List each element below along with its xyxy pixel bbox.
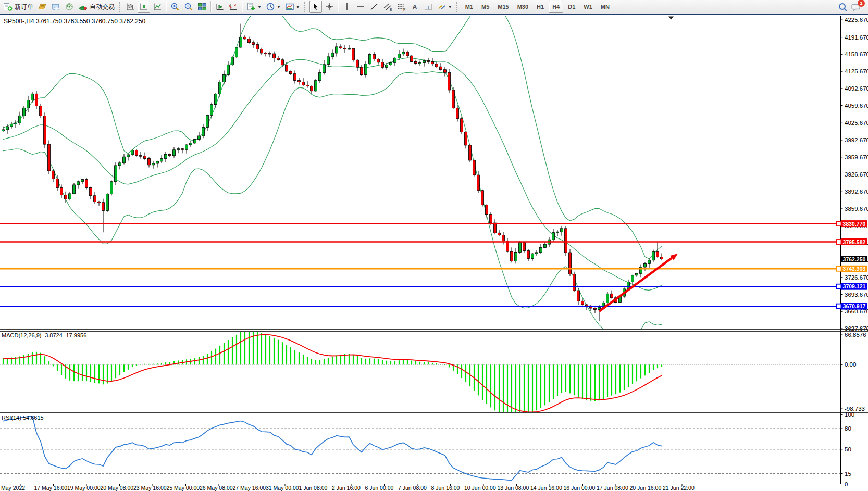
text-button[interactable]: A (408, 1, 421, 13)
timeframe-m5-button[interactable]: M5 (478, 1, 493, 13)
shapes-icon (437, 2, 447, 11)
macd-indicator-label: MACD(12,26,9) -3.8724 -17.9956 (2, 332, 86, 338)
svg-text:3992.670: 3992.670 (845, 137, 868, 143)
timeframe-m15-button[interactable]: M15 (494, 1, 512, 13)
svg-text:4059.670: 4059.670 (845, 103, 868, 109)
crosshair-button[interactable] (323, 1, 336, 13)
svg-text:3709.121: 3709.121 (843, 283, 866, 289)
dropdown-caret-icon[interactable]: ▼ (448, 5, 452, 9)
button-label: 自动交易 (90, 3, 115, 11)
svg-text:27 May 16:00: 27 May 16:00 (233, 485, 266, 491)
tile-windows-icon (197, 2, 207, 11)
chat-button[interactable]: 1 (850, 1, 862, 13)
svg-text:17 Jun 08:00: 17 Jun 08:00 (597, 485, 628, 491)
toolbar-gripper (119, 2, 121, 12)
svg-text:4191.670: 4191.670 (845, 34, 868, 41)
trendline-button[interactable] (368, 1, 380, 13)
auto-scroll-button[interactable] (214, 1, 226, 13)
chart-shift-button[interactable] (227, 1, 240, 13)
svg-text:17 May 16:00: 17 May 16:00 (34, 485, 68, 491)
periods-button[interactable]: ▼ (264, 1, 282, 13)
svg-text:3795.582: 3795.582 (843, 239, 866, 245)
svg-text:3627.670: 3627.670 (845, 325, 868, 332)
main-toolbar: 新订单自动交易▼▼▼EFAT▼M1M5M15M30H1H4D1W1MN1 (0, 0, 868, 15)
horizontal-line-icon (356, 2, 365, 11)
toolbar-separator (242, 1, 243, 12)
svg-text:4025.670: 4025.670 (845, 120, 868, 126)
svg-text:23 May 16:00: 23 May 16:00 (133, 485, 167, 491)
search-icon (838, 2, 847, 11)
svg-text:3830.770: 3830.770 (843, 221, 866, 227)
market-watch-button[interactable] (36, 1, 48, 13)
shapes-button[interactable]: ▼ (436, 1, 454, 13)
candlestick-button[interactable] (138, 1, 150, 13)
svg-text:100: 100 (845, 411, 854, 418)
svg-text:3959.670: 3959.670 (845, 154, 868, 160)
templates-button[interactable]: ▼ (283, 1, 302, 13)
svg-text:20 May 08:00: 20 May 08:00 (101, 485, 134, 491)
indicators-button[interactable]: ▼ (245, 1, 263, 13)
equidistant-channel-button[interactable]: E (381, 1, 394, 13)
svg-text:6 Jun 00:00: 6 Jun 00:00 (365, 485, 394, 491)
button-label: W1 (581, 4, 594, 10)
svg-text:3926.670: 3926.670 (845, 171, 868, 178)
search-button[interactable] (836, 1, 849, 13)
toolbar-separator (338, 1, 339, 12)
horizontal-line-button[interactable] (354, 1, 367, 13)
svg-text:3859.670: 3859.670 (845, 206, 868, 212)
price-chart[interactable]: 4225.6704191.6704158.6704125.6704092.670… (0, 16, 868, 491)
navigator-button[interactable] (63, 1, 76, 13)
text-icon: A (410, 2, 419, 11)
cursor-button[interactable] (309, 1, 322, 13)
svg-text:15: 15 (845, 471, 851, 477)
svg-text:1 Jun 08:00: 1 Jun 08:00 (299, 485, 328, 491)
svg-text:2 Jun 16:00: 2 Jun 16:00 (332, 485, 361, 491)
svg-text:F: F (403, 8, 405, 11)
market-watch-icon (38, 2, 47, 11)
timeframe-h4-button[interactable]: H4 (549, 1, 563, 13)
zoom-in-button[interactable] (169, 1, 181, 13)
svg-text:3743.303: 3743.303 (843, 266, 866, 272)
auto-trading-button[interactable]: 自动交易 (77, 1, 116, 13)
terminal-window: 新订单自动交易▼▼▼EFAT▼M1M5M15M30H1H4D1W1MN1 422… (0, 0, 868, 491)
fibonacci-button[interactable]: F (395, 1, 407, 13)
button-label: MN (599, 4, 612, 10)
label-button[interactable]: T (422, 1, 435, 13)
svg-text:21 Jun 22:00: 21 Jun 22:00 (663, 485, 695, 491)
dropdown-caret-icon[interactable]: ▼ (296, 5, 300, 9)
auto-trading-icon (78, 2, 88, 11)
timeframe-d1-button[interactable]: D1 (564, 1, 579, 13)
zoom-out-button[interactable] (182, 1, 195, 13)
svg-text:13 Jun 08:00: 13 Jun 08:00 (498, 485, 529, 491)
toolbar-gripper (304, 2, 307, 12)
svg-text:0: 0 (845, 481, 848, 487)
dropdown-caret-icon[interactable]: ▼ (257, 5, 262, 9)
time-axis[interactable]: May 202217 May 16:0019 May 00:0020 May 0… (1, 484, 695, 491)
svg-text:20 Jun 16:00: 20 Jun 16:00 (630, 485, 662, 491)
svg-text:3726.670: 3726.670 (845, 274, 868, 281)
timeframe-w1-button[interactable]: W1 (580, 1, 596, 13)
button-label: 新订单 (15, 3, 33, 11)
trendline-icon (369, 2, 379, 11)
svg-text:14 Jun 16:00: 14 Jun 16:00 (530, 485, 562, 491)
timeframe-mn-button[interactable]: MN (597, 1, 613, 13)
line-chart-button[interactable] (151, 1, 164, 13)
timeframe-h1-button[interactable]: H1 (533, 1, 548, 13)
svg-text:19 May 00:00: 19 May 00:00 (67, 485, 101, 491)
bar-chart-button[interactable] (124, 1, 137, 13)
svg-text:66.8576: 66.8576 (845, 332, 866, 338)
svg-text:A: A (412, 3, 417, 11)
tile-windows-button[interactable] (196, 1, 208, 13)
timeframe-m1-button[interactable]: M1 (462, 1, 477, 13)
toolbar-gripper (456, 2, 459, 12)
dropdown-caret-icon[interactable]: ▼ (277, 5, 281, 9)
chart-window[interactable]: 4225.6704191.6704158.6704125.6704092.670… (0, 16, 868, 491)
vertical-line-button[interactable] (341, 1, 353, 13)
svg-text:4225.670: 4225.670 (845, 17, 868, 23)
navigator-icon (65, 2, 74, 11)
data-window-button[interactable] (49, 1, 62, 13)
svg-text:50: 50 (845, 446, 851, 452)
fibonacci-icon: F (396, 2, 406, 11)
timeframe-m30-button[interactable]: M30 (514, 1, 532, 13)
new-order-button[interactable]: 新订单 (2, 1, 35, 13)
